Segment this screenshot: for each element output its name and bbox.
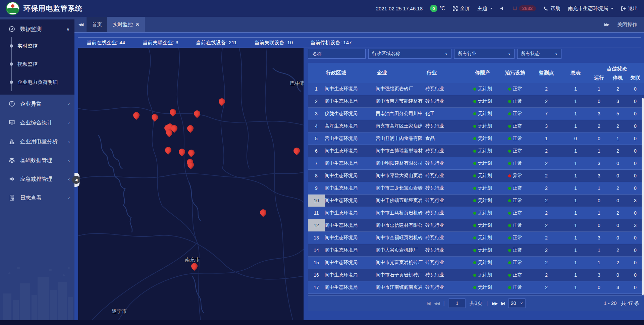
mute-button[interactable] bbox=[500, 6, 505, 11]
run-cell: 0 bbox=[590, 223, 608, 228]
tab-实时监控[interactable]: 实时监控⊗ bbox=[107, 17, 145, 32]
stopped-cell: 0 bbox=[608, 173, 627, 178]
region-cell: 阆中生态环境局 bbox=[325, 260, 376, 266]
sidebar-subitem-实时监控[interactable]: 实时监控 bbox=[12, 37, 74, 55]
org-dropdown[interactable]: 南充市生态环境局 bbox=[568, 5, 613, 12]
table-row[interactable]: 11阆中生态环境局阆中市五马桥页岩机砖砖瓦行业无计划正常21120 bbox=[308, 207, 644, 219]
close-operations-button[interactable]: 关闭操作 bbox=[617, 21, 637, 28]
meters-cell: 1 bbox=[561, 123, 590, 129]
table-row[interactable]: 8阆中生态环境局阆中市枣碧大梁山页岩砖瓦行业无计划异常21300 bbox=[308, 170, 644, 182]
region-cell: 阆中生态环境局 bbox=[325, 148, 376, 154]
bullet-icon bbox=[10, 44, 13, 48]
industry-cell: 食品 bbox=[425, 136, 466, 142]
status-label: 无计划 bbox=[478, 260, 492, 266]
notification-count-badge: 2632 bbox=[519, 5, 536, 11]
sidebar-item-企业异常[interactable]: 企业异常‹ bbox=[0, 95, 74, 113]
map-panel[interactable]: 巴中市南充市遂宁市 bbox=[78, 48, 304, 320]
table-row[interactable]: 13阆中生态环境局阆中市金福旺页岩机砖砖瓦行业无计划正常21300 bbox=[308, 232, 644, 244]
industry-cell: 砖瓦行业 bbox=[425, 247, 466, 253]
next-page-button[interactable]: ▶▶ bbox=[492, 301, 497, 306]
facility-status-cell: 正常 bbox=[499, 86, 531, 92]
sidebar-subitem-label: 视频监控 bbox=[17, 61, 38, 67]
sidebar-collapse-button[interactable]: ◀ bbox=[72, 176, 80, 184]
industry-filter-select[interactable]: 所有行业 ∨ bbox=[454, 49, 515, 59]
logout-button[interactable]: 退出 bbox=[621, 5, 638, 12]
status-label: 正常 bbox=[513, 222, 522, 228]
fullscreen-button[interactable]: 全屏 bbox=[452, 5, 470, 12]
company-cell: 阆中明阳建材有限公司 bbox=[376, 160, 425, 166]
table-scrollbar[interactable] bbox=[642, 98, 644, 295]
table-row[interactable]: 16阆中生态环境局阆中市石子页岩机砖厂砖瓦行业无计划正常21300 bbox=[308, 269, 644, 281]
status-filter-select[interactable]: 所有状态 ∨ bbox=[517, 49, 561, 59]
tab-scroll-left-button[interactable]: ◀◀ bbox=[74, 17, 87, 32]
status-dot-icon bbox=[508, 199, 511, 202]
stopped-cell: 0 bbox=[608, 235, 627, 240]
status-dot-icon bbox=[508, 286, 511, 289]
prev-page-button[interactable]: ◀◀ bbox=[434, 301, 439, 306]
sidebar-item-企业用电量分析[interactable]: 企业用电量分析‹ bbox=[0, 132, 74, 151]
table-row[interactable]: 7阆中生态环境局阆中明阳建材有限公司砖瓦行业无计划正常21300 bbox=[308, 157, 644, 170]
company-cell: 南充市高坪区王家店建 bbox=[376, 123, 425, 129]
data-panel: 行政区域名称 ∨ 所有行业 ∨ 所有状态 ∨ 行政区域 企业 行业 bbox=[306, 48, 644, 320]
sidebar-item-日志查看[interactable]: 日志查看‹ bbox=[0, 188, 74, 207]
sidebar-subitem-label: 企业电力负荷明细 bbox=[17, 79, 58, 86]
table-row[interactable]: 1阆中生态环境局阆中强锐页岩砖厂砖瓦行业无计划正常21120 bbox=[308, 83, 644, 95]
table-row[interactable]: 5营山生态环境局营山县润丰肉食品有限食品无计划正常10010 bbox=[308, 132, 644, 145]
tab-scroll-right-button[interactable]: ▶▶ bbox=[604, 22, 608, 27]
name-filter-input[interactable] bbox=[312, 51, 362, 57]
sidebar-item-企业综合统计[interactable]: 企业综合统计‹ bbox=[0, 113, 74, 132]
offline-cell: 0 bbox=[627, 136, 643, 141]
page-size-select[interactable]: 20 ∨ bbox=[508, 299, 525, 308]
points-cell: 2 bbox=[531, 86, 561, 92]
fullscreen-icon bbox=[452, 6, 458, 11]
stop-status-cell: 无计划 bbox=[466, 260, 499, 266]
row-index-cell: 9 bbox=[308, 182, 325, 194]
meters-cell: 1 bbox=[561, 173, 590, 178]
sidebar-item-基础数据管理[interactable]: 基础数据管理‹ bbox=[0, 151, 74, 170]
table-row[interactable]: 4高坪生态环境局南充市高坪区王家店建砖瓦行业无计划正常31220 bbox=[308, 120, 644, 132]
table-row[interactable]: 3仪陇生态环境局西南油气田分公司川中化工无计划正常71350 bbox=[308, 108, 644, 120]
page-number-input[interactable] bbox=[449, 299, 466, 308]
table-row[interactable]: 9阆中生态环境局阆中市二龙长宝页岩砖砖瓦行业无计划正常21120 bbox=[308, 182, 644, 195]
facility-status-cell: 正常 bbox=[499, 260, 531, 266]
status-dot-icon bbox=[473, 286, 476, 289]
table-row[interactable]: 6阆中生态环境局阆中市金博瑞新型墙材砖瓦行业无计划正常21120 bbox=[308, 145, 644, 157]
sidebar-subitem-视频监控[interactable]: 视频监控 bbox=[12, 55, 74, 73]
offline-cell: 0 bbox=[627, 272, 643, 278]
row-index-cell: 4 bbox=[308, 120, 325, 132]
sidebar-item-应急减排管理[interactable]: 应急减排管理‹ bbox=[0, 170, 74, 188]
status-dot-icon bbox=[473, 150, 476, 153]
table-row[interactable]: 15阆中生态环境局阆中市光富页岩机砖厂砖瓦行业无计划正常21120 bbox=[308, 257, 644, 269]
name-filter-field[interactable] bbox=[308, 49, 366, 59]
table-row[interactable]: 10阆中生态环境局阆中千佛镇五郎垭页岩砖瓦行业无计划正常21003 bbox=[308, 195, 644, 207]
table-row[interactable]: 14阆中生态环境局阆中大兴页岩机砖厂砖瓦行业无计划正常21120 bbox=[308, 244, 644, 257]
table-row[interactable]: 12阆中生态环境局阆中市忠信建材有限公砖瓦行业无计划正常21003 bbox=[308, 219, 644, 232]
sidebar-subitem-企业电力负荷明细[interactable]: 企业电力负荷明细 bbox=[12, 73, 74, 91]
region-filter-select[interactable]: 行政区域名称 ∨ bbox=[368, 49, 451, 59]
table-row[interactable]: 2阆中生态环境局阆中市南方节能建材有砖瓦行业无计划正常21030 bbox=[308, 95, 644, 108]
meters-cell: 1 bbox=[561, 148, 590, 154]
industry-cell: 砖瓦行业 bbox=[425, 123, 466, 129]
sidebar-item-数据监测[interactable]: 数据监测∨ bbox=[0, 21, 74, 37]
last-page-button[interactable]: ▶Ⅰ bbox=[501, 301, 504, 306]
meters-cell: 1 bbox=[561, 161, 590, 166]
industry-cell: 砖瓦行业 bbox=[425, 235, 466, 241]
sidebar: 数据监测∨实时监控视频监控企业电力负荷明细企业异常‹企业综合统计‹企业用电量分析… bbox=[0, 17, 74, 320]
filter-bar: 行政区域名称 ∨ 所有行业 ∨ 所有状态 ∨ bbox=[308, 49, 644, 59]
notifications-button[interactable]: 2632 bbox=[513, 5, 536, 12]
status-dot-icon bbox=[508, 236, 511, 239]
stop-status-cell: 无计划 bbox=[466, 235, 499, 241]
offline-cell: 0 bbox=[627, 123, 643, 129]
region-cell: 阆中生态环境局 bbox=[325, 235, 376, 241]
table-row[interactable]: 17阆中生态环境局阆中市江南镇阆南页岩砖瓦行业无计划正常21030 bbox=[308, 281, 644, 294]
region-cell: 营山生态环境局 bbox=[325, 136, 376, 142]
help-button[interactable]: 帮助 bbox=[543, 5, 560, 12]
first-page-button[interactable]: Ⅰ◀ bbox=[427, 301, 430, 306]
tab-close-icon[interactable]: ⊗ bbox=[136, 22, 140, 27]
status-dot-icon bbox=[473, 199, 476, 202]
status-label: 正常 bbox=[513, 272, 522, 278]
tab-首页[interactable]: 首页 bbox=[87, 17, 107, 32]
theme-dropdown[interactable]: 主题 bbox=[477, 5, 493, 12]
stat-item: 当前在线设备: 211 bbox=[196, 40, 237, 46]
stop-status-cell: 无计划 bbox=[466, 173, 499, 179]
